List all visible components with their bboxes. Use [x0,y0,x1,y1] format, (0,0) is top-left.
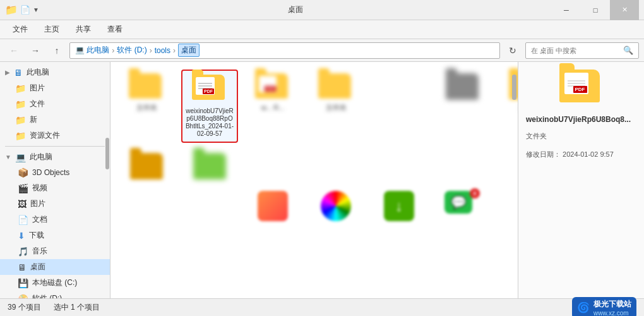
title-bar-icons: 📁 📄 ▼ [5,4,39,16]
preview-name: weixinobU7VjieRp6U8Boq8... [526,115,636,124]
menu-file[interactable]: 文件 [5,21,35,37]
breadcrumb: 💻 此电脑 › 软件 (D:) › tools › 桌面 [75,44,200,57]
title-bar: 📁 📄 ▼ 桌面 ─ □ ✕ [0,0,644,20]
file-item-4[interactable]: 文件夹 [307,70,364,143]
modified-date: 2024-01-02 9:57 [563,150,614,158]
modified-label: 修改日期： [526,150,561,158]
preview-icon: PDF [526,70,636,107]
sidebar-item-computer[interactable]: ▶ 🖥 此电脑 [0,64,110,80]
address-bar: ← → ↑ 💻 此电脑 › 软件 (D:) › tools › 桌面 ↻ 🔍 [0,39,644,62]
minimize-button[interactable]: ─ [552,0,581,20]
file-area-scrollbar[interactable] [512,75,516,100]
search-icon: 🔍 [623,46,633,55]
file-item-9[interactable] [181,149,238,225]
expand-icon: ▶ [5,69,10,76]
file-item-6[interactable] [434,70,491,143]
sidebar-item-video[interactable]: 🎬 视频 [0,180,110,196]
music-icon: 🎵 [18,246,28,257]
sidebar-item-files-quick[interactable]: 📁 文件 [0,96,110,112]
file-item-13[interactable]: 💬 8 [434,187,491,225]
up-button[interactable]: ↑ [48,42,66,59]
search-input[interactable] [531,47,623,54]
file-item-12[interactable]: ↓ [371,187,427,225]
bread-computer[interactable]: 💻 此电脑 [75,45,109,56]
sidebar-item-desktop[interactable]: 🖥 桌面 [0,259,110,275]
sidebar-item-new[interactable]: 📁 新 [0,112,110,128]
title-bar-controls: ─ □ ✕ [552,0,639,20]
selected-count: 选中 1 个项目 [54,302,100,313]
sidebar: ▶ 🖥 此电脑 📁 图片 📁 文件 📁 新 📁 资源文件 ▼ 💻 此电脑 � [0,62,110,298]
sidebar-label-computer: 此电脑 [27,67,49,78]
file-item-8[interactable] [118,149,175,225]
sidebar-label-video: 视频 [32,183,47,193]
preview-panel: PDF weixinobU7VjieRp6U8Boq8... 文件夹 修改日期：… [518,62,644,298]
sidebar-label-ddrive: 软件 (D:) [32,293,62,298]
title-bar-icon2: 📄 [20,5,30,15]
menu-share[interactable]: 共享 [68,21,98,37]
sidebar-label-pictures: 图片 [30,83,45,94]
title-bar-dropdown[interactable]: ▼ [33,6,39,13]
preview-info: 修改日期： 2024-01-02 9:57 [526,149,636,161]
menu-home[interactable]: 主页 [37,21,67,37]
folder-icon-files: 📁 [15,99,26,109]
file-item-label-selected: weixinobU7VjieRp6U8Boq88RpOBhtltLs_2024-… [185,107,234,138]
app-icon: 📁 [5,4,18,16]
menu-bar: 文件 主页 共享 查看 [0,20,644,39]
forward-button[interactable]: → [27,42,44,59]
sidebar-item-pictures-quick[interactable]: 📁 图片 [0,80,110,96]
file-item-11[interactable] [307,187,364,225]
sidebar-label-pictures2: 图片 [30,198,45,209]
watermark-icon: 🌀 [577,301,590,313]
ddrive-icon: 📀 [18,294,28,299]
sidebar-label-downloads: 下载 [29,230,44,241]
sidebar-label-desktop: 桌面 [30,262,45,272]
maximize-button[interactable]: □ [581,0,610,20]
file-item-selected[interactable]: PDF weixinobU7VjieRp6U8Boq88RpOBhtltLs_2… [181,70,238,143]
bread-current[interactable]: 桌面 [178,44,200,57]
bread-drive[interactable]: 软件 (D:) [117,45,146,56]
documents-icon: 📄 [18,215,28,225]
sidebar-item-downloads[interactable]: ⬇ 下载 [0,228,110,243]
sidebar-label-thispc: 此电脑 [30,152,52,162]
item-count: 39 个项目 [8,302,41,313]
pictures-icon: 🖼 [18,199,27,209]
close-button[interactable]: ✕ [610,0,639,20]
sidebar-label-cdrive: 本地磁盘 (C:) [32,277,77,288]
sidebar-item-documents[interactable]: 📄 文档 [0,212,110,228]
computer-icon: 🖥 [14,68,23,78]
video-icon: 🎬 [18,183,28,193]
file-item-5[interactable] [371,70,427,143]
preview-type: 文件夹 [526,131,636,141]
sidebar-label-resources: 资源文件 [30,130,60,141]
watermark: 🌀 极光下载站 www.xz.com [572,297,636,317]
sidebar-item-3d[interactable]: 📦 3D Objects [0,165,110,180]
file-area: 文件夹 PDF [110,62,518,298]
title-bar-title: 桌面 [39,4,552,15]
sidebar-item-pictures[interactable]: 🖼 图片 [0,196,110,212]
file-item-1[interactable]: 文件夹 [118,70,175,143]
expand-thispc-icon: ▼ [5,154,11,161]
sidebar-label-new: 新 [30,114,37,125]
sidebar-item-resources[interactable]: 📁 资源文件 [0,128,110,143]
sidebar-item-c-drive[interactable]: 💾 本地磁盘 (C:) [0,275,110,291]
sidebar-item-music[interactable]: 🎵 音乐 [0,243,110,259]
refresh-button[interactable]: ↻ [504,42,522,59]
3d-icon: 📦 [18,167,28,178]
back-button[interactable]: ← [5,42,23,59]
status-bar: 39 个项目 选中 1 个项目 🌀 极光下载站 www.xz.com [0,298,644,316]
bread-tools[interactable]: tools [155,46,170,55]
address-path[interactable]: 💻 此电脑 › 软件 (D:) › tools › 桌面 [69,42,500,59]
desktop-icon: 🖥 [18,262,27,272]
sidebar-item-thispc[interactable]: ▼ 💻 此电脑 [0,149,110,165]
folder-icon-resources: 📁 [15,131,26,141]
sidebar-scrollbar[interactable] [105,138,109,169]
search-box[interactable]: 🔍 [525,42,639,59]
file-item-3[interactable]: PDF w... R... [244,70,301,143]
menu-view[interactable]: 查看 [100,21,130,37]
sidebar-item-d-drive[interactable]: 📀 软件 (D:) [0,291,110,298]
folder-icon-pictures: 📁 [15,83,26,94]
file-item-10[interactable] [244,187,301,225]
cdrive-icon: 💾 [18,278,28,288]
sidebar-label-docs: 文档 [32,214,47,225]
downloads-icon: ⬇ [18,231,25,241]
